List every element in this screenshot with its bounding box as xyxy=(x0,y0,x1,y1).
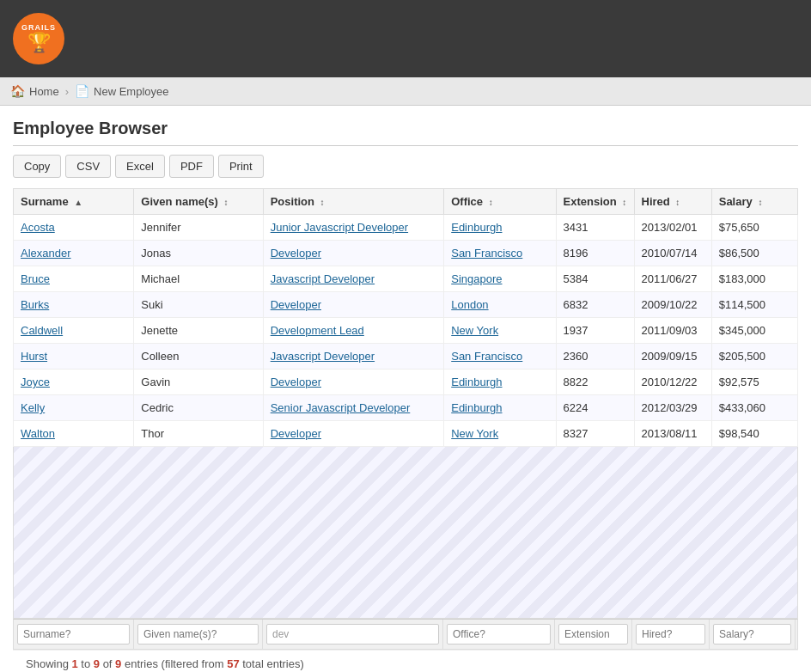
table-row: KellyCedricSenior Javascript DeveloperEd… xyxy=(14,395,798,421)
filter-hired-input[interactable] xyxy=(636,624,705,645)
filter-surname-input[interactable] xyxy=(17,624,130,645)
status-from: 1 xyxy=(71,657,77,670)
filter-surname-cell xyxy=(14,620,134,649)
home-link[interactable]: Home xyxy=(29,85,59,98)
col-hired[interactable]: Hired ↕ xyxy=(634,189,711,215)
cell-surname[interactable]: Walton xyxy=(14,421,134,447)
cell-position[interactable]: Junior Javascript Developer xyxy=(263,215,444,241)
cell-hired: 2009/09/15 xyxy=(634,344,711,370)
filter-position-cell xyxy=(263,620,443,649)
col-office-sort-icon: ↕ xyxy=(489,198,493,207)
filter-row xyxy=(13,619,798,650)
cell-surname[interactable]: Hurst xyxy=(14,344,134,370)
cell-hired: 2010/07/14 xyxy=(634,241,711,266)
status-prefix: Showing xyxy=(26,657,71,670)
pdf-button[interactable]: PDF xyxy=(169,155,214,178)
cell-surname[interactable]: Bruce xyxy=(14,266,134,292)
table-header-row: Surname ▲ Given name(s) ↕ Position ↕ Off… xyxy=(14,189,798,215)
cell-office[interactable]: San Francisco xyxy=(444,241,556,266)
filter-given-input[interactable] xyxy=(137,624,259,645)
cell-given: Suki xyxy=(134,292,263,318)
col-office[interactable]: Office ↕ xyxy=(444,189,556,215)
cell-position[interactable]: Senior Javascript Developer xyxy=(263,395,444,421)
filter-position-input[interactable] xyxy=(266,624,439,645)
cell-office[interactable]: San Francisco xyxy=(444,344,556,370)
status-to: 9 xyxy=(94,657,100,670)
filter-office-cell xyxy=(443,620,555,649)
cell-office[interactable]: Edinburgh xyxy=(444,395,556,421)
home-icon: 🏠 xyxy=(10,84,25,98)
table-row: BurksSukiDeveloperLondon68322009/10/22$1… xyxy=(14,292,798,318)
cell-office[interactable]: New York xyxy=(444,318,556,344)
status-suffix2: total entries) xyxy=(240,657,304,670)
cell-position[interactable]: Javascript Developer xyxy=(263,266,444,292)
cell-salary: $114,500 xyxy=(711,292,797,318)
print-button[interactable]: Print xyxy=(218,155,264,178)
col-salary[interactable]: Salary ↕ xyxy=(711,189,797,215)
cell-hired: 2013/08/11 xyxy=(634,421,711,447)
col-hired-sort-icon: ↕ xyxy=(675,198,680,207)
cell-surname[interactable]: Acosta xyxy=(14,215,134,241)
cell-surname[interactable]: Alexander xyxy=(14,241,134,266)
col-given[interactable]: Given name(s) ↕ xyxy=(134,189,263,215)
cell-given: Michael xyxy=(134,266,263,292)
status-of-label: of xyxy=(100,657,115,670)
cell-surname[interactable]: Joyce xyxy=(14,370,134,395)
col-given-sort-icon: ↕ xyxy=(224,198,229,207)
cell-hired: 2011/09/03 xyxy=(634,318,711,344)
new-employee-icon: 📄 xyxy=(75,84,89,98)
cell-extension: 8196 xyxy=(556,241,634,266)
cell-extension: 3431 xyxy=(556,215,634,241)
cell-salary: $98,540 xyxy=(711,421,797,447)
cell-hired: 2013/02/01 xyxy=(634,215,711,241)
filter-office-input[interactable] xyxy=(447,624,551,645)
table-row: AlexanderJonasDeveloperSan Francisco8196… xyxy=(14,241,798,266)
cell-extension: 5384 xyxy=(556,266,634,292)
table-row: JoyceGavinDeveloperEdinburgh88222010/12/… xyxy=(14,370,798,395)
cell-given: Gavin xyxy=(134,370,263,395)
toolbar: Copy CSV Excel PDF Print xyxy=(13,155,798,178)
cell-office[interactable]: Edinburgh xyxy=(444,215,556,241)
filter-salary-input[interactable] xyxy=(713,624,791,645)
cell-position[interactable]: Developer xyxy=(263,370,444,395)
cell-position[interactable]: Javascript Developer xyxy=(263,344,444,370)
cell-salary: $345,000 xyxy=(711,318,797,344)
cell-given: Cedric xyxy=(134,395,263,421)
table-row: AcostaJenniferJunior Javascript Develope… xyxy=(14,215,798,241)
filter-extension-input[interactable] xyxy=(558,624,628,645)
page-title: Employee Browser xyxy=(13,119,798,146)
status-total: 57 xyxy=(227,657,239,670)
table-row: BruceMichaelJavascript DeveloperSingapor… xyxy=(14,266,798,292)
employee-table-container: Surname ▲ Given name(s) ↕ Position ↕ Off… xyxy=(13,188,798,619)
empty-striped-area xyxy=(13,447,798,619)
cell-extension: 8822 xyxy=(556,370,634,395)
cell-position[interactable]: Developer xyxy=(263,421,444,447)
cell-office[interactable]: London xyxy=(444,292,556,318)
new-employee-link[interactable]: New Employee xyxy=(94,85,168,98)
cell-office[interactable]: Singapore xyxy=(444,266,556,292)
col-surname[interactable]: Surname ▲ xyxy=(14,189,134,215)
logo-icon: 🏆 xyxy=(27,32,51,54)
col-extension[interactable]: Extension ↕ xyxy=(556,189,634,215)
cell-hired: 2011/06/27 xyxy=(634,266,711,292)
cell-surname[interactable]: Kelly xyxy=(14,395,134,421)
cell-surname[interactable]: Burks xyxy=(14,292,134,318)
filter-given-cell xyxy=(134,620,263,649)
col-position[interactable]: Position ↕ xyxy=(263,189,444,215)
cell-position[interactable]: Developer xyxy=(263,241,444,266)
cell-surname[interactable]: Caldwell xyxy=(14,318,134,344)
cell-hired: 2010/12/22 xyxy=(634,370,711,395)
cell-office[interactable]: New York xyxy=(444,421,556,447)
cell-position[interactable]: Development Lead xyxy=(263,318,444,344)
cell-salary: $433,060 xyxy=(711,395,797,421)
app-header: GRAILS 🏆 xyxy=(0,0,811,77)
cell-office[interactable]: Edinburgh xyxy=(444,370,556,395)
col-position-sort-icon: ↕ xyxy=(320,198,325,207)
cell-given: Colleen xyxy=(134,344,263,370)
cell-position[interactable]: Developer xyxy=(263,292,444,318)
cell-extension: 8327 xyxy=(556,421,634,447)
cell-salary: $183,000 xyxy=(711,266,797,292)
copy-button[interactable]: Copy xyxy=(13,155,61,178)
excel-button[interactable]: Excel xyxy=(115,155,165,178)
csv-button[interactable]: CSV xyxy=(65,155,111,178)
